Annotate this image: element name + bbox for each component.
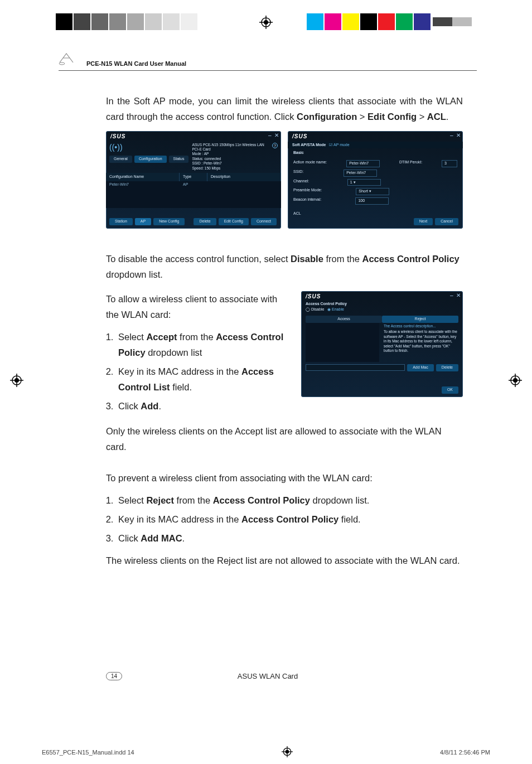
prevent-list: Select Reject from the Access Control Po…: [116, 492, 463, 546]
brand-label: /SUS: [288, 131, 463, 142]
after-prevent-paragraph: The wireless clients on the Reject list …: [106, 553, 463, 568]
text-bold: Edit Config: [367, 112, 417, 122]
preamble-select[interactable]: Short ▾: [356, 188, 389, 195]
text: >: [417, 112, 427, 122]
ssid-input[interactable]: Peter-Win7: [344, 170, 377, 177]
mac-input[interactable]: [306, 364, 405, 371]
window-controls: – ✕: [450, 292, 461, 299]
beacon-input[interactable]: 100: [355, 197, 389, 205]
list-item: Key in its MAC address in the Access Con…: [116, 364, 290, 395]
add-mac-button[interactable]: Add Mac: [407, 364, 434, 371]
station-button[interactable]: Station: [109, 218, 133, 225]
page-number: 14: [106, 672, 122, 680]
delete-mac-button[interactable]: Delete: [436, 364, 458, 371]
disable-radio[interactable]: ◯ Disable: [306, 307, 324, 311]
action-name-input[interactable]: Peter-Win7: [346, 160, 380, 167]
tab-status[interactable]: Status: [169, 156, 189, 163]
col-name: Configuration Name: [106, 173, 180, 181]
channel-select[interactable]: 1 ▾: [347, 179, 381, 186]
list-item: Key in its MAC address in the Access Con…: [116, 511, 463, 527]
list-item: Click Add.: [116, 398, 290, 414]
col-desc: Description: [207, 173, 281, 181]
connect-button[interactable]: Connect: [251, 218, 277, 225]
cell-name: Peter-Win7: [106, 181, 180, 208]
dtim-label: DTIM Peroid:: [399, 160, 422, 167]
indd-timestamp: 4/8/11 2:56:46 PM: [440, 749, 490, 756]
tab-configuration[interactable]: Configuration: [134, 156, 167, 163]
speed-label: Speed: 150 Mbps: [192, 166, 278, 171]
list-item: Select Reject from the Access Control Po…: [116, 492, 463, 508]
config-table-row[interactable]: Peter-Win7 AP: [106, 181, 281, 208]
ok-button[interactable]: OK: [442, 386, 458, 394]
text: To disable the access control function, …: [106, 254, 291, 264]
ap-button[interactable]: AP: [135, 218, 151, 225]
text: .: [446, 112, 449, 122]
brand-label: /SUS: [106, 131, 281, 142]
config-table-header: Configuration Name Type Description: [106, 173, 281, 181]
mode-label: Mode : AP: [192, 152, 278, 156]
col-type: Type: [180, 173, 207, 181]
enable-radio[interactable]: ◉ Enable: [327, 307, 344, 311]
acl-section: ACL: [293, 211, 301, 215]
text: >: [357, 112, 367, 122]
edit-config-button[interactable]: Edit Config: [219, 218, 249, 225]
ssid-field-label: SSID:: [293, 170, 303, 177]
screenshot-acl: – ✕ /SUS Access Control Policy ◯ Disable…: [301, 291, 463, 397]
page-content: PCE-N15 WLAN Card User Manual In the Sof…: [42, 39, 494, 714]
window-controls: – ✕: [450, 132, 461, 139]
help-icon[interactable]: ?: [272, 143, 278, 148]
manual-header: PCE-N15 WLAN Card User Manual: [59, 50, 477, 71]
prevent-intro: To prevent a wireless client from associ…: [106, 470, 463, 486]
ssid-label: SSID : Peter-Win7: [192, 161, 278, 166]
preamble-label: Preamble Mode:: [293, 188, 322, 195]
tab-general[interactable]: General: [109, 156, 132, 163]
svg-point-7: [14, 378, 19, 383]
indd-file: E6557_PCE-N15_Manual.indd 14: [42, 749, 134, 756]
ap-mode-checkbox[interactable]: AP mode: [333, 143, 350, 147]
cell-desc: [207, 181, 281, 208]
svg-point-11: [513, 378, 518, 383]
registration-mark-bottom: [134, 746, 440, 758]
disable-paragraph: To disable the access control function, …: [106, 251, 463, 282]
access-tab[interactable]: Access: [306, 316, 382, 323]
acl-desc: To allow a wireless client to associate …: [384, 330, 457, 353]
text: from the: [323, 254, 362, 264]
registration-mark-top: [259, 16, 273, 29]
new-config-button[interactable]: New Config: [153, 218, 185, 225]
dtim-input[interactable]: 3: [442, 160, 457, 167]
channel-label: Channel:: [293, 179, 309, 186]
brand-label: /SUS: [301, 291, 463, 302]
svg-point-16: [286, 750, 289, 754]
indesign-slug: E6557_PCE-N15_Manual.indd 14 4/8/11 2:56…: [42, 746, 490, 758]
acl-title: Access Control Policy: [306, 302, 347, 306]
allow-list: Select Accept from the Access Control Po…: [116, 329, 290, 414]
list-item: Select Accept from the Access Control Po…: [116, 329, 290, 360]
after-allow-paragraph: Only the wireless clients on the Accept …: [106, 423, 463, 454]
cell-type: AP: [180, 181, 207, 208]
device-name: ASUS PCE-N15 150Mbps 11n Wireless LAN PC…: [192, 143, 278, 152]
svg-point-12: [59, 62, 65, 65]
allow-intro: To allow a wireless client to associate …: [106, 291, 290, 322]
delete-button[interactable]: Delete: [194, 218, 216, 225]
next-button[interactable]: Next: [414, 218, 433, 225]
manual-title: PCE-N15 WLAN Card User Manual: [86, 60, 186, 67]
footer-center: ASUS WLAN Card: [238, 672, 298, 680]
cancel-button[interactable]: Cancel: [435, 218, 458, 225]
text: dropdown list.: [106, 269, 163, 279]
text-bold: Configuration: [297, 112, 357, 122]
svg-point-3: [264, 20, 268, 25]
screenshot-row: – ✕ /SUS ((•)) General Configuration Sta…: [106, 131, 463, 229]
reject-tab[interactable]: Reject: [382, 316, 458, 323]
screenshot-edit-config: – ✕ /SUS Soft AP/STA Mode ☑ AP mode Basi…: [288, 131, 463, 229]
wifi-icon: ((•)): [109, 143, 123, 153]
basic-section: Basic: [293, 151, 304, 154]
status-label: Status: connected: [192, 157, 278, 161]
acl-desc-heading: The Access control description...: [384, 324, 457, 328]
text-bold: Access Control Policy: [362, 254, 460, 264]
intro-paragraph: In the Soft AP mode, you can limit the w…: [106, 93, 463, 124]
action-name-label: Action mode name:: [293, 160, 327, 167]
text-bold: ACL: [427, 112, 446, 122]
list-item: Click Add MAC.: [116, 530, 463, 546]
acl-listbox[interactable]: [306, 323, 379, 362]
text-bold: Disable: [291, 254, 323, 264]
